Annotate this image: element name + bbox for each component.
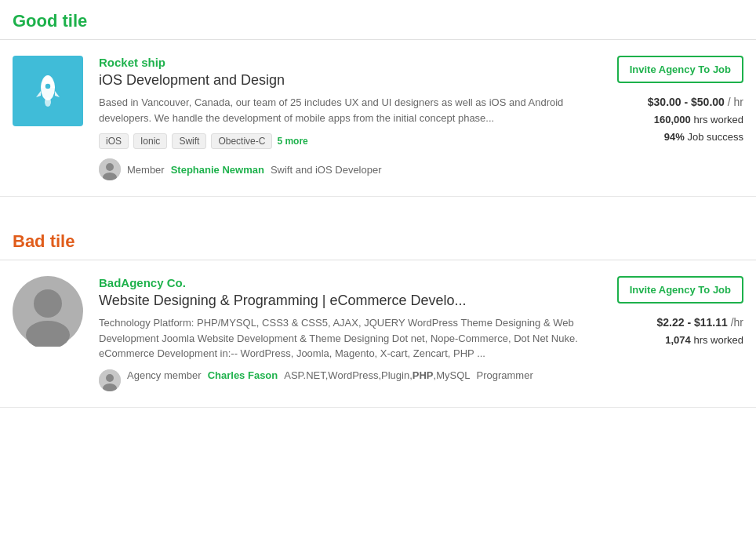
svg-point-4 [106, 163, 114, 171]
good-tile-heading: Good tile [0, 0, 756, 40]
tag-objective-c: Obective-C [211, 133, 272, 149]
bad-member-name[interactable]: Charles Fason [208, 369, 278, 381]
bad-skills-end: ,MySQL [434, 369, 471, 381]
member-avatar-img [99, 158, 121, 180]
bad-member-avatar [99, 369, 121, 391]
tag-ionic: Ionic [133, 133, 167, 149]
bad-skills-bold: PHP [413, 369, 434, 381]
good-member-avatar [99, 158, 121, 180]
good-tile-section: Good tile [0, 0, 756, 197]
good-tile-right: Invite Agency To Job $30.00 - $50.00 / h… [602, 56, 743, 143]
good-member-skills: Swift and iOS Developer [271, 164, 382, 176]
bad-tile-right: Invite Agency To Job $2.22 - $11.11 /hr … [602, 276, 743, 346]
good-hours-value: 160,000 [654, 114, 691, 125]
good-hours-stat: 160,000 hrs worked [654, 113, 743, 125]
rocket-icon [27, 71, 68, 111]
tag-swift: Swift [172, 133, 206, 149]
good-member-name[interactable]: Stephanie Newman [171, 164, 264, 176]
person-icon [13, 276, 83, 347]
bad-member-avatar-img [99, 369, 121, 391]
good-rate-value: $30.00 - $50.00 [648, 96, 725, 108]
good-success-pct: 94% [664, 131, 685, 143]
bad-tile-content: BadAgency Co. Website Designing & Progra… [99, 276, 590, 391]
bad-member-row: Agency member Charles Fason ASP.NET,Word… [99, 369, 590, 391]
bad-member-title: Programmer [477, 369, 533, 381]
good-hours-label: hrs worked [693, 114, 743, 125]
agency-logo-good [13, 56, 83, 126]
bad-description: Technology Platform: PHP/MYSQL, CSS3 & C… [99, 315, 590, 362]
good-tile-content: Rocket ship iOS Development and Design B… [99, 56, 590, 180]
agency-logo-bad [13, 276, 83, 347]
bad-job-title: Website Designing & Programming | eComme… [99, 293, 590, 309]
tag-ios: iOS [99, 133, 129, 149]
svg-point-7 [26, 321, 70, 347]
good-success-label: Job success [687, 131, 743, 143]
bad-tile-card: BadAgency Co. Website Designing & Progra… [0, 260, 756, 408]
bad-agency-name: BadAgency Co. [99, 276, 590, 289]
svg-point-2 [45, 97, 51, 107]
good-invite-button[interactable]: Invite Agency To Job [617, 56, 743, 83]
bad-hours-stat: 1,074 hrs worked [665, 333, 743, 346]
bad-tile-section: Bad tile BadAgency Co. Website Designing… [0, 220, 756, 408]
more-tags-link[interactable]: 5 more [277, 136, 307, 147]
good-description: Based in Vancouver, Canada, our team of … [99, 95, 590, 125]
good-rate-unit: / hr [728, 96, 743, 108]
svg-point-1 [45, 83, 51, 89]
bad-tile-heading: Bad tile [0, 220, 756, 260]
bad-invite-button[interactable]: Invite Agency To Job [617, 276, 743, 304]
good-rate-stat: $30.00 - $50.00 / hr [648, 96, 743, 108]
good-job-title: iOS Development and Design [99, 72, 590, 89]
bad-hours-value: 1,074 [665, 334, 691, 346]
bad-rate-value: $2.22 - $11.11 [656, 316, 727, 329]
good-tags: iOS Ionic Swift Obective-C 5 more [99, 133, 590, 149]
bad-member-skills: ASP.NET,WordPress,Plugin,PHP,MySQL [284, 369, 470, 381]
good-tile-card: Rocket ship iOS Development and Design B… [0, 40, 756, 197]
svg-point-6 [34, 289, 62, 318]
good-success-stat: 94% Job success [664, 130, 743, 143]
good-member-row: Member Stephanie Newman Swift and iOS De… [99, 158, 590, 180]
good-member-label: Member [127, 164, 165, 176]
bad-skills-normal: ASP.NET,WordPress,Plugin, [284, 369, 413, 381]
bad-hours-label: hrs worked [693, 334, 743, 346]
bad-rate-stat: $2.22 - $11.11 /hr [656, 316, 743, 329]
bad-member-prefix: Agency member [127, 369, 202, 381]
bad-rate-unit: /hr [731, 316, 743, 329]
section-gap [0, 197, 756, 220]
good-agency-name: Rocket ship [99, 56, 590, 69]
svg-point-9 [106, 374, 114, 382]
